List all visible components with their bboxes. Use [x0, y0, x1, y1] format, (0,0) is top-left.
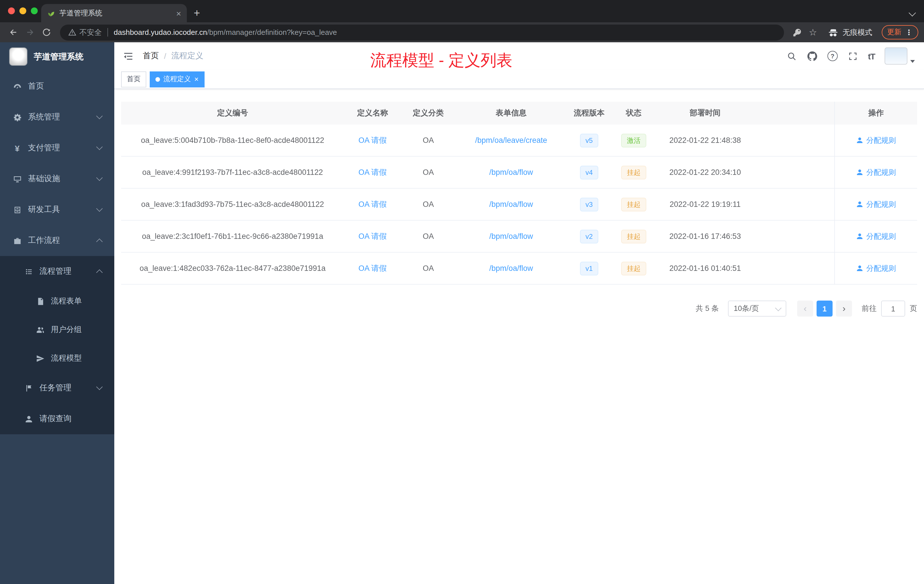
table-row: oa_leave:1:482ec033-762a-11ec-8477-a2380… [121, 252, 917, 285]
definition-name-link[interactable]: OA 请假 [358, 167, 386, 177]
tag-process-definition[interactable]: 流程定义 × [150, 71, 204, 87]
assign-rule-label: 分配规则 [866, 135, 896, 145]
minimize-window-button[interactable] [20, 7, 26, 14]
sidebar-item-home[interactable]: 首页 [0, 71, 114, 102]
breadcrumb-home[interactable]: 首页 [143, 51, 159, 61]
prev-page-button[interactable]: ‹ [797, 300, 813, 317]
incognito-icon [827, 26, 838, 38]
help-icon[interactable]: ? [827, 51, 838, 61]
goto-label: 前往 [862, 304, 876, 314]
assign-rule-label: 分配规则 [866, 263, 896, 274]
breadcrumb-current: 流程定义 [172, 51, 203, 61]
breadcrumb: 首页 / 流程定义 [143, 51, 203, 61]
version-tag: v3 [580, 198, 598, 211]
zoom-window-button[interactable] [31, 7, 38, 14]
fullscreen-icon[interactable] [847, 51, 858, 61]
tag-close-icon[interactable]: × [194, 76, 198, 83]
new-tab-button[interactable]: + [194, 7, 200, 18]
tab-search-chevron-icon[interactable] [909, 9, 916, 16]
chrome-update-button[interactable]: 更新 ⋮ [881, 25, 918, 40]
sidebar-item-workflow[interactable]: 工作流程 [0, 225, 114, 256]
tab-title: 芋道管理系统 [59, 8, 172, 18]
assign-rule-link[interactable]: 分配规则 [856, 135, 896, 145]
assign-rule-label: 分配规则 [866, 199, 896, 210]
browser-toolbar: 不安全 dashboard.yudao.iocoder.cn /bpm/mana… [0, 22, 924, 42]
task-icon [24, 383, 33, 393]
version-tag: v1 [580, 261, 598, 275]
definition-category: OA [401, 188, 455, 220]
definition-name-link[interactable]: OA 请假 [358, 199, 386, 210]
reload-button[interactable] [39, 25, 54, 40]
tag-home[interactable]: 首页 [121, 71, 146, 87]
assign-rule-link[interactable]: 分配规则 [856, 167, 896, 177]
sidebar-item-label: 首页 [28, 81, 44, 91]
assign-rule-link[interactable]: 分配规则 [856, 199, 896, 210]
assign-rule-label: 分配规则 [866, 231, 896, 241]
definition-name-link[interactable]: OA 请假 [358, 263, 386, 274]
workflow-icon [13, 236, 22, 245]
sidebar-item-label: 请假查询 [40, 414, 71, 424]
sidebar-item-user-group[interactable]: 用户分组 [0, 315, 114, 344]
font-size-icon[interactable]: tT [868, 51, 875, 61]
deploy-time: 2022-01-22 19:19:11 [656, 188, 754, 220]
column-header: 操作 [834, 102, 917, 125]
tab-close-icon[interactable]: × [176, 9, 181, 17]
table-row: oa_leave:3:1fad3d93-7b75-11ec-a3c8-acde4… [121, 188, 917, 221]
form-link[interactable]: /bpm/oa/flow [489, 232, 533, 241]
sidebar-logo[interactable]: 芋道管理系统 [0, 42, 114, 71]
user-menu[interactable] [884, 48, 915, 64]
sidebar-item-devtools[interactable]: 研发工具 [0, 194, 114, 225]
assign-rule-link[interactable]: 分配规则 [856, 263, 896, 274]
form-link[interactable]: /bpm/oa/flow [489, 168, 533, 177]
user-group-icon [35, 325, 45, 334]
sidebar-toggle-icon[interactable] [119, 47, 137, 65]
definition-category: OA [401, 125, 455, 156]
forward-button[interactable] [22, 25, 38, 40]
status-badge: 挂起 [621, 198, 646, 211]
definition-name-link[interactable]: OA 请假 [358, 231, 386, 241]
form-link[interactable]: /bpm/oa/leave/create [475, 136, 547, 145]
github-icon[interactable] [807, 51, 818, 61]
definition-name-link[interactable]: OA 请假 [358, 135, 386, 145]
goto-page-input[interactable] [881, 300, 905, 317]
sidebar-item-system[interactable]: 系统管理 [0, 102, 114, 133]
bookmark-star-icon[interactable]: ☆ [805, 25, 820, 40]
url-separator [107, 28, 108, 36]
chevron-down-icon [96, 144, 103, 150]
app-header: 首页 / 流程定义 ? tT [114, 42, 924, 70]
back-button[interactable] [6, 25, 21, 40]
next-page-button[interactable]: › [836, 300, 852, 317]
sidebar-item-infrastructure[interactable]: 基础设施 [0, 163, 114, 194]
row-filler [754, 125, 834, 156]
sidebar-item-process-model[interactable]: 流程模型 [0, 344, 114, 373]
sidebar-item-leave-query[interactable]: 请假查询 [0, 403, 114, 434]
search-icon[interactable] [786, 51, 797, 61]
column-filler [754, 102, 834, 125]
person-icon [856, 137, 863, 144]
page-size-select[interactable]: 10条/页 [728, 300, 786, 317]
browser-tab[interactable]: 芋道管理系统 × [41, 4, 187, 22]
caret-down-icon [910, 60, 915, 63]
url-path: /bpm/manager/definition?key=oa_leave [207, 28, 337, 36]
tags-view: 首页 流程定义 × [114, 70, 924, 89]
assign-rule-link[interactable]: 分配规则 [856, 231, 896, 241]
close-window-button[interactable] [8, 7, 15, 14]
sidebar-item-label: 流程管理 [40, 266, 71, 277]
form-link[interactable]: /bpm/oa/flow [489, 264, 533, 272]
sidebar-item-label: 用户分组 [51, 325, 82, 335]
table-row: oa_leave:4:991f2193-7b7f-11ec-a3c8-acde4… [121, 157, 917, 188]
table-row: oa_leave:2:3c1f0ef1-76b1-11ec-9c66-a2380… [121, 221, 917, 252]
browser-window: 芋道管理系统 × + 不安全 dashboard.yudao.iocoder.c… [0, 0, 924, 584]
sidebar-item-process-form[interactable]: 流程表单 [0, 287, 114, 315]
browser-menu-icon[interactable]: ⋮ [906, 28, 912, 36]
page-number-button[interactable]: 1 [817, 300, 833, 317]
address-bar[interactable]: 不安全 dashboard.yudao.iocoder.cn /bpm/mana… [60, 24, 784, 40]
devtools-icon [13, 205, 22, 214]
sidebar-item-task-manage[interactable]: 任务管理 [0, 373, 114, 403]
sidebar-item-process-manage[interactable]: 流程管理 [0, 256, 114, 287]
form-link[interactable]: /bpm/oa/flow [489, 200, 533, 209]
page-unit-label: 页 [910, 304, 917, 314]
chevron-up-icon [96, 269, 103, 276]
sidebar-item-payment[interactable]: ¥ 支付管理 [0, 133, 114, 163]
password-key-icon[interactable] [789, 25, 804, 40]
